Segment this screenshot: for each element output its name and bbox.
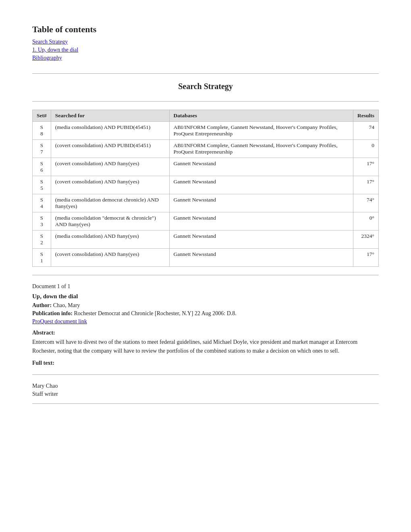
cell-results: 17° bbox=[353, 176, 378, 194]
table-row: S 2(media consolidation) AND ftany(yes)G… bbox=[33, 231, 379, 249]
cell-databases: ABI/INFORM Complete, Gannett Newsstand, … bbox=[169, 140, 353, 158]
cell-databases: Gannett Newsstand bbox=[169, 176, 353, 194]
toc-links: Search Strategy 1. Up, down the dial Bib… bbox=[32, 39, 379, 61]
table-row: S 6(covert consolidation) AND ftany(yes)… bbox=[33, 158, 379, 176]
cell-results: 0° bbox=[353, 212, 378, 231]
cell-results: 0 bbox=[353, 140, 378, 158]
toc-link-bibliography[interactable]: Bibliography bbox=[32, 55, 379, 61]
cell-results: 17° bbox=[353, 158, 378, 176]
cell-searched-for: (covert consolidation) AND ftany(yes) bbox=[51, 158, 169, 176]
table-row: S 3(media consolidation "democrat & chro… bbox=[33, 212, 379, 231]
cell-set-num: S 6 bbox=[33, 158, 51, 176]
cell-results: 2324° bbox=[353, 231, 378, 249]
document-pub-info: Publication info: Rochester Democrat and… bbox=[32, 310, 379, 317]
author-value: Chao, Mary bbox=[53, 302, 80, 308]
fulltext-line-1: Mary Chao bbox=[32, 383, 379, 389]
cell-set-num: S 1 bbox=[33, 249, 51, 267]
document-author: Author: Chao, Mary bbox=[32, 302, 379, 309]
pub-info-value: Rochester Democrat and Chronicle [Roches… bbox=[74, 310, 236, 316]
col-header-results: Results bbox=[353, 110, 378, 122]
cell-set-num: S 2 bbox=[33, 231, 51, 249]
cell-set-num: S 5 bbox=[33, 176, 51, 194]
cell-results: 17° bbox=[353, 249, 378, 267]
cell-databases: Gannett Newsstand bbox=[169, 158, 353, 176]
toc-title: Table of contents bbox=[32, 24, 379, 35]
cell-databases: Gannett Newsstand bbox=[169, 212, 353, 231]
col-header-set: Set# bbox=[33, 110, 51, 122]
table-row: S 5(covert consolidation) AND ftany(yes)… bbox=[33, 176, 379, 194]
cell-searched-for: (media consolidation) AND ftany(yes) bbox=[51, 231, 169, 249]
table-top-divider bbox=[32, 101, 379, 102]
abstract-text: Entercom will have to divest two of the … bbox=[32, 338, 379, 356]
cell-set-num: S 7 bbox=[33, 140, 51, 158]
cell-searched-for: (covert consolidation) AND ftany(yes) bbox=[51, 249, 169, 267]
toc-link-up-down[interactable]: 1. Up, down the dial bbox=[32, 47, 379, 53]
toc-divider bbox=[32, 73, 379, 74]
cell-databases: Gannett Newsstand bbox=[169, 194, 353, 212]
table-row: S 4(media consolidation democrat chronic… bbox=[33, 194, 379, 212]
cell-results: 74 bbox=[353, 122, 378, 140]
proquest-document-link[interactable]: ProQuest document link bbox=[32, 318, 87, 325]
document-section: Document 1 of 1 Up, down the dial Author… bbox=[32, 283, 379, 404]
fulltext-label: Full text: bbox=[32, 360, 379, 366]
cell-databases: Gannett Newsstand bbox=[169, 231, 353, 249]
cell-set-num: S 8 bbox=[33, 122, 51, 140]
toc-link-search-strategy[interactable]: Search Strategy bbox=[32, 39, 379, 45]
document-title: Up, down the dial bbox=[32, 293, 379, 300]
author-label: Author: bbox=[32, 302, 52, 308]
table-row: S 8(media consolidation) AND PUBID(45451… bbox=[33, 122, 379, 140]
cell-searched-for: (covert consolidation) AND ftany(yes) bbox=[51, 176, 169, 194]
search-table: Set# Searched for Databases Results S 8(… bbox=[32, 110, 379, 267]
col-header-databases: Databases bbox=[169, 110, 353, 122]
cell-searched-for: (covert consolidation) AND PUBID(45451) bbox=[51, 140, 169, 158]
doc-bottom-divider bbox=[32, 403, 379, 404]
search-strategy-heading: Search Strategy bbox=[32, 82, 379, 91]
table-row: S 7(covert consolidation) AND PUBID(4545… bbox=[33, 140, 379, 158]
fulltext-line-2: Staff writer bbox=[32, 391, 379, 397]
pub-info-label: Publication info: bbox=[32, 310, 73, 316]
document-count: Document 1 of 1 bbox=[32, 283, 379, 290]
toc-container: Table of contents Search Strategy 1. Up,… bbox=[32, 24, 379, 61]
cell-searched-for: (media consolidation) AND PUBID(45451) bbox=[51, 122, 169, 140]
cell-results: 74° bbox=[353, 194, 378, 212]
cell-databases: ABI/INFORM Complete, Gannett Newsstand, … bbox=[169, 122, 353, 140]
table-bottom-divider bbox=[32, 275, 379, 275]
cell-searched-for: (media consolidation democrat chronicle)… bbox=[51, 194, 169, 212]
table-header-row: Set# Searched for Databases Results bbox=[33, 110, 379, 122]
col-header-searched-for: Searched for bbox=[51, 110, 169, 122]
cell-databases: Gannett Newsstand bbox=[169, 249, 353, 267]
cell-searched-for: (media consolidation "democrat & chronic… bbox=[51, 212, 169, 231]
cell-set-num: S 3 bbox=[33, 212, 51, 231]
cell-set-num: S 4 bbox=[33, 194, 51, 212]
table-row: S 1(covert consolidation) AND ftany(yes)… bbox=[33, 249, 379, 267]
abstract-label: Abstract: bbox=[32, 330, 379, 336]
fulltext-divider bbox=[32, 374, 379, 375]
